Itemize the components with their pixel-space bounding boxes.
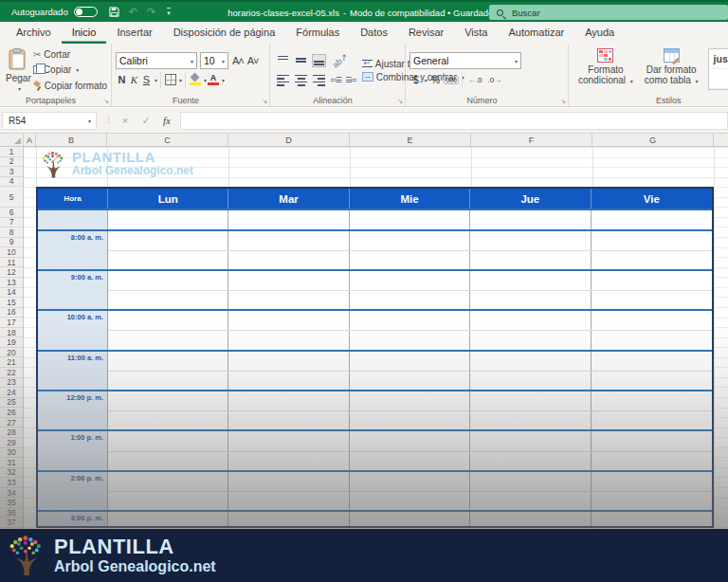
save-icon[interactable] [109,7,119,17]
underline-button[interactable]: S [140,74,153,85]
align-center-icon[interactable] [295,75,307,86]
schedule-header-mar[interactable]: Mar [228,189,349,209]
schedule-cell[interactable] [592,391,712,429]
name-box-input[interactable] [3,115,71,127]
schedule-cell[interactable] [470,210,591,229]
row-header-9[interactable]: 9 [0,238,23,248]
schedule-cell[interactable] [592,271,712,309]
row-header-5[interactable]: 5 [0,187,23,208]
schedule-cell[interactable] [350,391,470,429]
schedule-cell[interactable] [108,311,228,349]
schedule-cell[interactable] [350,271,470,309]
tab-revisar[interactable]: Revisar [398,22,454,44]
schedule-header-mie[interactable]: Mie [350,189,470,209]
row-header-3[interactable]: 3 [0,167,23,177]
tab-datos[interactable]: Datos [350,22,398,44]
decrease-font-icon[interactable]: A˅ [247,55,259,66]
qat-customize-icon[interactable]: ▾ [167,8,171,17]
row-header-17[interactable]: 17 [0,318,23,328]
schedule-cell[interactable] [350,352,470,390]
decrease-decimal-button[interactable]: .0→ [488,76,502,84]
row-header-16[interactable]: 16 [0,308,23,318]
row-header-4[interactable]: 4 [0,177,23,188]
chevron-down-icon[interactable]: ▾ [222,77,225,83]
conditional-formatting-button[interactable]: Formatocondicional ▾ [573,47,639,93]
orientation-icon[interactable]: ab↗ [331,51,350,69]
schedule-cell[interactable] [108,352,228,390]
row-header-33[interactable]: 33 [0,478,23,488]
row-header-1[interactable]: 1 [0,147,23,157]
schedule-cell[interactable] [350,311,470,349]
increase-decimal-button[interactable]: ←.0 [468,76,482,84]
select-all-corner[interactable] [0,134,24,146]
schedule-cell[interactable] [592,210,712,229]
schedule-cell[interactable] [108,431,228,469]
row-header-7[interactable]: 7 [0,218,23,228]
copy-button[interactable]: Copiar▾ [33,63,107,77]
row-header-27[interactable]: 27 [0,418,23,428]
column-header-a[interactable]: A [24,134,36,146]
search-box[interactable] [489,5,728,20]
percent-button[interactable]: % [431,74,440,85]
schedule-cell[interactable] [228,352,349,390]
row-header-12[interactable]: 12 [0,267,23,278]
borders-icon[interactable] [165,74,176,85]
chevron-down-icon[interactable]: ▾ [155,77,157,83]
row-header-21[interactable]: 21 [0,357,23,368]
schedule-header-hora[interactable]: Hora [38,189,108,209]
tab-vista[interactable]: Vista [454,22,498,44]
dialog-launcher-icon[interactable]: ↘ [560,98,566,104]
chevron-down-icon[interactable]: ▾ [204,77,207,83]
schedule-cell[interactable] [228,512,349,528]
comma-style-button[interactable]: 000 [444,76,459,84]
schedule-cell[interactable] [470,271,591,309]
row-header-28[interactable]: 28 [0,427,23,438]
schedule-cell[interactable] [470,391,591,429]
column-header-f[interactable]: F [471,134,592,146]
row-header-36[interactable]: 36 [0,508,23,518]
row-header-15[interactable]: 15 [0,298,23,308]
schedule-cell[interactable] [592,231,712,269]
row-header-34[interactable]: 34 [0,488,23,499]
schedule-cell[interactable] [592,472,712,510]
tab-insertar[interactable]: Insertar [106,22,162,44]
schedule-cell[interactable] [228,271,349,309]
schedule-cell[interactable] [108,512,228,528]
time-cell[interactable]: 12:00 p. m. [38,391,108,429]
row-header-20[interactable]: 20 [0,348,23,358]
column-header-c[interactable]: C [107,134,228,146]
schedule-cell[interactable] [108,210,228,229]
style-justbold[interactable]: justBold [709,49,728,69]
autosave-toggle[interactable] [74,7,98,17]
row-header-6[interactable]: 6 [0,208,23,218]
tab-inicio[interactable]: Inicio [62,22,107,44]
row-header-29[interactable]: 29 [0,438,23,448]
row-header-13[interactable]: 13 [0,278,23,288]
tab-formulas[interactable]: Fórmulas [285,22,350,44]
name-box[interactable]: ▾ [2,112,97,130]
search-input[interactable] [510,7,700,19]
schedule-cell[interactable] [108,472,228,510]
paste-button[interactable]: Pegar ▾ [4,47,33,93]
schedule-cell[interactable] [470,431,591,469]
schedule-cell[interactable] [470,352,591,390]
schedule-cell[interactable] [228,431,349,469]
chevron-down-icon[interactable]: ▾ [179,77,182,83]
time-cell[interactable]: 2:00 p. m. [38,472,108,510]
tab-ayuda[interactable]: Ayuda [574,22,625,44]
time-cell[interactable]: 9:00 a. m. [38,271,108,309]
schedule-cell[interactable] [108,231,228,269]
schedule-cell[interactable] [228,231,349,269]
row-header-32[interactable]: 32 [0,468,23,479]
column-header-e[interactable]: E [350,134,471,146]
schedule-cell[interactable] [350,472,470,510]
currency-button[interactable]: $ [413,74,419,85]
schedule-cell[interactable] [350,431,470,469]
schedule-cell[interactable] [108,271,228,309]
time-cell[interactable]: 10:00 a. m. [38,311,108,349]
italic-button[interactable]: K [128,74,140,85]
decrease-indent-icon[interactable]: ⇦☰ [330,76,341,84]
schedule-cell[interactable] [350,231,470,269]
font-name-select[interactable]: Calibri▾ [116,52,197,69]
schedule-header-vie[interactable]: Vie [592,189,712,209]
